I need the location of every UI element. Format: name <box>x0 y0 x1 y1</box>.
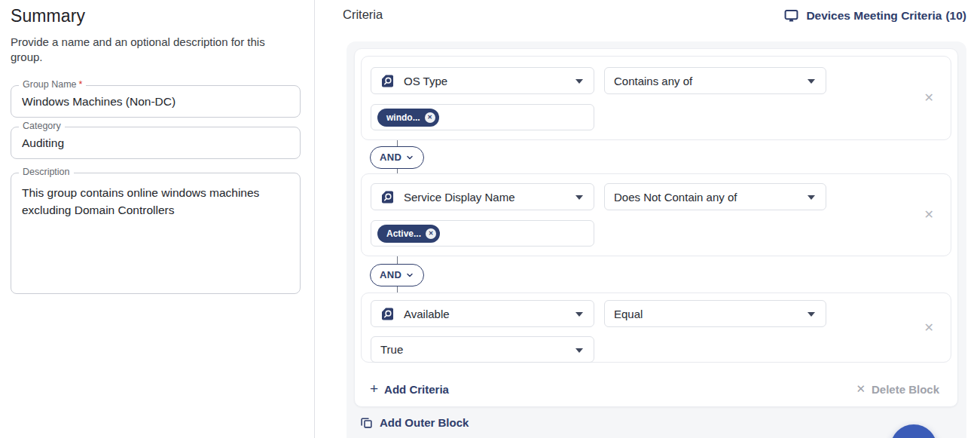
criteria-block-card: OS Type Contains any of windo... ✕ ✕ <box>354 48 958 407</box>
add-criteria-button[interactable]: + Add Criteria <box>370 383 449 396</box>
operator-select[interactable]: Contains any of <box>604 67 826 94</box>
chip-remove-icon[interactable]: ✕ <box>426 228 436 239</box>
group-name-input[interactable] <box>11 86 300 117</box>
values-input[interactable]: windo... ✕ <box>371 104 594 130</box>
operator-select-value: Contains any of <box>614 75 692 87</box>
field-select-value: Available <box>404 308 450 320</box>
add-criteria-label: Add Criteria <box>384 383 449 396</box>
value-chip[interactable]: Active... ✕ <box>377 225 440 243</box>
delete-block-label: Delete Block <box>872 383 939 396</box>
summary-title: Summary <box>11 6 85 26</box>
field-select[interactable]: Service Display Name <box>371 183 594 210</box>
monitor-icon <box>783 8 799 23</box>
add-outer-block-label: Add Outer Block <box>380 416 469 429</box>
dropdown-caret-icon <box>575 348 583 353</box>
criteria-row-1: OS Type Contains any of windo... ✕ ✕ <box>361 56 951 140</box>
description-input[interactable]: This group contains online windows machi… <box>11 173 300 293</box>
criteria-outer-block: OS Type Contains any of windo... ✕ ✕ <box>347 41 966 438</box>
chevron-down-icon <box>405 153 414 162</box>
plus-icon: + <box>370 381 378 396</box>
and-label: AND <box>380 152 401 163</box>
group-name-field: Group Name* <box>11 85 301 118</box>
category-field: Category <box>11 127 301 159</box>
field-search-icon <box>380 190 395 204</box>
value-chip-label: windo... <box>386 112 420 123</box>
field-select[interactable]: OS Type <box>371 67 594 94</box>
and-connector: AND <box>355 140 445 174</box>
and-operator-button[interactable]: AND <box>370 264 424 286</box>
operator-select[interactable]: Equal <box>604 300 826 327</box>
field-select-value: OS Type <box>404 75 447 87</box>
close-icon: ✕ <box>856 382 866 396</box>
dropdown-caret-icon <box>575 79 583 84</box>
operator-select-value: Does Not Contain any of <box>614 191 737 204</box>
delete-block-button[interactable]: ✕ Delete Block <box>856 382 939 396</box>
and-operator-button[interactable]: AND <box>370 146 424 169</box>
dropdown-caret-icon <box>575 195 583 200</box>
devices-meeting-criteria-link[interactable]: Devices Meeting Criteria (10) <box>783 7 966 25</box>
operator-select-value: Equal <box>614 308 643 320</box>
dropdown-caret-icon <box>808 312 815 317</box>
summary-panel: Summary Provide a name and an optional d… <box>0 0 315 438</box>
values-input[interactable]: Active... ✕ <box>371 220 594 247</box>
floating-action-button[interactable] <box>890 424 937 438</box>
copy-block-icon <box>360 416 373 429</box>
criteria-row-2: Service Display Name Does Not Contain an… <box>361 173 951 256</box>
required-asterisk: * <box>79 79 83 90</box>
dropdown-caret-icon <box>808 195 815 200</box>
category-label: Category <box>19 121 65 131</box>
and-label: AND <box>380 269 401 280</box>
value-chip[interactable]: windo... ✕ <box>377 109 439 127</box>
criteria-panel: Criteria Devices Meeting Criteria (10) <box>315 0 980 438</box>
value-select[interactable]: True <box>371 336 594 363</box>
category-input[interactable] <box>11 127 300 158</box>
delete-criteria-icon[interactable]: ✕ <box>924 92 934 104</box>
dropdown-caret-icon <box>575 312 583 317</box>
delete-criteria-icon[interactable]: ✕ <box>924 209 934 221</box>
devices-meeting-label: Devices Meeting Criteria <box>806 9 942 23</box>
criteria-row-3: Available Equal True ✕ <box>361 293 951 363</box>
block-footer: + Add Criteria ✕ Delete Block <box>361 375 951 403</box>
chip-remove-icon[interactable]: ✕ <box>425 112 435 123</box>
description-field: Description This group contains online w… <box>11 173 301 294</box>
devices-meeting-count: (10) <box>945 9 966 23</box>
summary-subtitle: Provide a name and an optional descripti… <box>11 35 297 65</box>
description-label: Description <box>19 167 74 177</box>
criteria-title: Criteria <box>343 8 383 22</box>
delete-criteria-icon[interactable]: ✕ <box>924 322 934 334</box>
group-name-label: Group Name* <box>19 79 86 90</box>
value-chip-label: Active... <box>386 228 421 239</box>
group-editor-screen: Summary Provide a name and an optional d… <box>0 0 980 438</box>
and-connector: AND <box>355 256 445 293</box>
dropdown-caret-icon <box>808 79 815 84</box>
field-search-icon <box>380 307 395 321</box>
field-search-icon <box>380 74 395 88</box>
value-select-value: True <box>380 343 403 356</box>
field-select[interactable]: Available <box>371 300 594 327</box>
field-select-value: Service Display Name <box>404 191 515 204</box>
chevron-down-icon <box>405 271 414 280</box>
add-outer-block-button[interactable]: Add Outer Block <box>360 416 469 429</box>
operator-select[interactable]: Does Not Contain any of <box>604 183 826 210</box>
